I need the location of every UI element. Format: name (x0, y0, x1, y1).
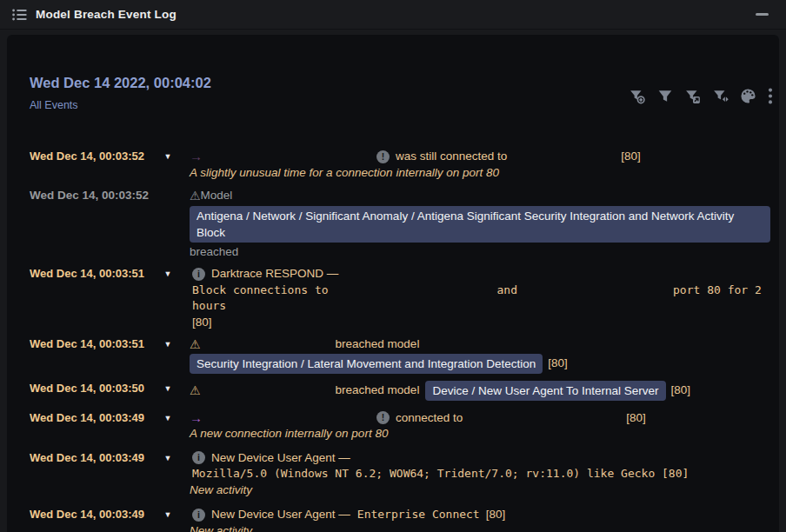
connection-arrow-icon: → (190, 149, 203, 164)
model-name-pill[interactable]: Device / New User Agent To Internal Serv… (425, 381, 665, 401)
expand-caret-icon[interactable]: ▼ (164, 410, 172, 426)
panel-toolbar (628, 87, 774, 105)
model-name-pill[interactable]: Security Integration / Lateral Movement … (190, 354, 543, 374)
window-titlebar: Model Breach Event Log (0, 0, 786, 30)
event-note: New activity (190, 523, 252, 532)
alert-circle-icon: ! (376, 150, 390, 163)
row-timestamp: Wed Dec 14, 00:03:50 (30, 381, 161, 396)
info-circle-icon: i (192, 268, 205, 281)
redacted-device-name (203, 417, 376, 418)
expand-caret-icon[interactable]: ▼ (164, 266, 172, 282)
model-name-pill[interactable]: Antigena / Network / Significant Anomaly… (190, 206, 770, 243)
export-filter-icon[interactable] (683, 87, 702, 105)
row-timestamp: Wed Dec 14, 00:03:49 (30, 410, 161, 426)
palette-icon[interactable] (739, 87, 757, 105)
action-text: hours (190, 298, 226, 315)
info-circle-icon: i (192, 509, 205, 522)
events-filter-label[interactable]: All Events (30, 99, 78, 111)
event-title: New Device User Agent — (211, 507, 350, 523)
expand-caret-icon[interactable]: ▼ (164, 381, 172, 396)
port-label: [80] (486, 507, 506, 523)
window-title: Model Breach Event Log (36, 8, 177, 21)
log-row-respond-action: Wed Dec 14, 00:03:51 ▼ i Darktrace RESPO… (7, 266, 770, 330)
event-text: breached model (336, 382, 420, 399)
redacted-device-name (203, 156, 376, 157)
redacted-device-name (463, 417, 626, 418)
log-row-model-breach: Wed Dec 14, 00:03:52 ⚠Model Antigena / N… (7, 188, 770, 260)
action-text: and (495, 283, 517, 299)
redacted-device-name (201, 344, 336, 345)
model-breach-event-log-panel: Wed Dec 14 2022, 00:04:02 All Events (7, 35, 779, 532)
row-timestamp: Wed Dec 14, 00:03:52 (30, 149, 161, 164)
port-label: [80] (190, 315, 212, 331)
event-prefix: Model (201, 188, 233, 204)
event-title: New Device User Agent — (211, 450, 350, 467)
redacted-device-name (329, 289, 495, 290)
event-log-list-icon[interactable] (12, 9, 27, 21)
info-circle-icon: i (192, 451, 205, 464)
filter-icon[interactable] (656, 87, 674, 105)
log-row-user-agent: Wed Dec 14, 00:03:49 ▼ i New Device User… (7, 507, 770, 532)
filter-playback-icon[interactable] (711, 87, 729, 105)
redacted-device-name (201, 390, 336, 391)
row-timestamp: Wed Dec 14, 00:03:51 (30, 266, 161, 282)
event-text: connected to (396, 410, 463, 427)
minimize-icon[interactable] (756, 13, 769, 16)
log-row-user-agent: Wed Dec 14, 00:03:49 ▼ i New Device User… (7, 450, 770, 499)
action-text: Block connections to (190, 283, 329, 299)
log-row-connection: Wed Dec 14, 00:03:52 ▼ → ! was still con… (7, 149, 770, 181)
port-label: [80] (621, 149, 641, 165)
warning-icon: ⚠ (190, 188, 201, 203)
event-note: A slightly unusual time for a connection… (190, 165, 499, 182)
expand-caret-icon[interactable]: ▼ (164, 507, 172, 522)
event-title: Darktrace RESPOND — (211, 266, 338, 283)
expand-caret-icon[interactable]: ▼ (164, 149, 172, 164)
port-label: [80] (626, 410, 646, 427)
event-note: A new connection internally on port 80 (190, 426, 388, 442)
action-text: port 80 for 2 (670, 283, 762, 299)
log-row-model-breach: Wed Dec 14, 00:03:50 ▼ ⚠ breached model … (7, 381, 770, 401)
row-timestamp: Wed Dec 14, 00:03:51 (30, 336, 161, 352)
port-label: [80] (548, 356, 568, 372)
log-row-connection: Wed Dec 14, 00:03:49 ▼ → ! connected to … (7, 410, 770, 442)
port-label: [80] (671, 382, 691, 399)
expand-caret-icon[interactable]: ▼ (164, 450, 172, 466)
warning-icon: ⚠ (190, 382, 201, 398)
row-timestamp: Wed Dec 14, 00:03:49 (30, 507, 161, 522)
user-agent-string: Mozilla/5.0 (Windows NT 6.2; WOW64; Trid… (190, 466, 689, 482)
panel-header: Wed Dec 14 2022, 00:04:02 All Events (7, 35, 779, 104)
redacted-device-name (507, 156, 621, 157)
connection-arrow-icon: → (190, 410, 203, 426)
event-text: was still connected to (396, 149, 507, 165)
alert-circle-icon: ! (376, 411, 390, 424)
log-datetime: Wed Dec 14 2022, 00:04:02 (30, 75, 211, 91)
expand-caret-icon[interactable]: ▼ (164, 336, 172, 352)
user-agent-string: Enterprise Connect (350, 507, 480, 523)
event-suffix: breached (190, 244, 238, 261)
warning-icon: ⚠ (190, 336, 201, 352)
event-log-rows: Wed Dec 14, 00:03:52 ▼ → ! was still con… (7, 139, 779, 532)
more-options-icon[interactable] (767, 87, 774, 105)
row-timestamp: Wed Dec 14, 00:03:49 (30, 450, 161, 466)
row-timestamp: Wed Dec 14, 00:03:52 (30, 188, 161, 203)
add-filter-icon[interactable] (628, 87, 646, 105)
event-note: New activity (190, 482, 252, 499)
log-row-model-breach: Wed Dec 14, 00:03:51 ▼ ⚠ breached model … (7, 336, 770, 374)
event-text: breached model (336, 336, 420, 353)
redacted-device-name (517, 289, 670, 290)
